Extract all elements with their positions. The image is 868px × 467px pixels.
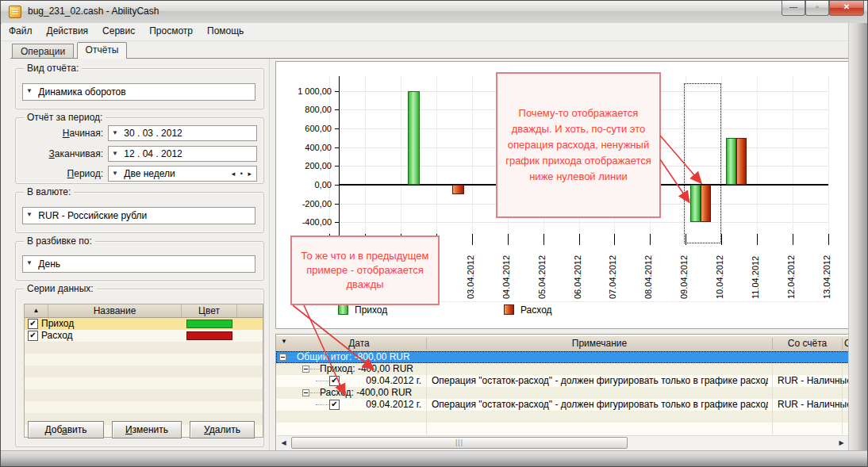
chevron-down-icon[interactable]: ▼ <box>109 167 121 181</box>
chevron-down-icon[interactable]: ▼ <box>109 147 121 161</box>
tab-reports[interactable]: Отчёты <box>77 42 128 59</box>
series-row-приход[interactable]: ✔Приход <box>25 318 263 330</box>
currency-label: В валюте: <box>24 186 74 197</box>
menu-item-5[interactable]: Помощь <box>200 23 251 39</box>
y-tick-mark <box>335 166 339 167</box>
tree-collapse-icon[interactable] <box>302 366 309 373</box>
report-group-row[interactable]: Расход: -400,00 RUR <box>276 387 849 399</box>
x-tick-label: 10.04.2012 <box>715 248 724 299</box>
group-label: Расход: -400,00 RUR <box>320 387 412 399</box>
edit-button[interactable]: Изменить <box>112 421 182 438</box>
period-step-field[interactable]: ▼ Две недели ◂ • ▸ <box>108 166 257 182</box>
column-divider <box>842 399 843 411</box>
series-rows: ✔Приход✔Расход <box>25 318 263 437</box>
delete-button[interactable]: Удалить <box>190 421 255 438</box>
horizontal-scrollbar[interactable]: ◀ ||| ▶ <box>277 435 848 451</box>
bar-приход-10.04.2012[interactable] <box>726 138 736 185</box>
sort-asc-icon[interactable]: ▲ <box>25 304 48 317</box>
menu-item-3[interactable]: Сервис <box>95 23 142 39</box>
series-column-color[interactable]: Цвет <box>182 304 237 317</box>
currency-combobox[interactable]: ▼ RUR - Российские рубли <box>22 207 255 224</box>
report-group-row[interactable]: Приход: -400,00 RUR <box>276 363 849 375</box>
series-table-header[interactable]: ▲ Название Цвет <box>25 304 263 318</box>
scrollbar-thumb[interactable]: ||| <box>291 437 628 449</box>
leaf-date: 09.04.2012 г. <box>348 375 421 387</box>
tab-operations[interactable]: Операции <box>12 44 74 59</box>
scroll-left-icon[interactable]: ◀ <box>278 438 290 449</box>
chevron-down-icon[interactable]: ▼ <box>23 208 36 222</box>
chevron-down-icon[interactable]: ▼ <box>23 84 36 98</box>
bar-расход-02.04.2012[interactable] <box>452 185 464 194</box>
menu-item-4[interactable]: Просмотр <box>142 23 200 39</box>
series-checkbox[interactable]: ✔ <box>28 319 38 329</box>
report-leaf-row[interactable]: ✔09.04.2012 г.Операция "остаток-расход" … <box>276 375 849 387</box>
scroll-right-icon[interactable]: ▶ <box>835 438 847 449</box>
report-group-row[interactable]: Общий итог: -800,00 RUR <box>276 351 849 363</box>
minimize-button[interactable]: — <box>782 1 805 16</box>
series-name-cell: ✔Расход <box>25 330 182 342</box>
report-type-label: Вид отчёта: <box>24 63 82 74</box>
report-leaf-row[interactable]: ✔09.04.2012 г.Операция "остаток-расход" … <box>276 399 849 411</box>
leaf-account: RUR - Наличные <box>778 399 852 411</box>
legend-income-swatch <box>338 304 348 315</box>
column-divider <box>426 399 427 411</box>
series-color-swatch[interactable] <box>186 331 232 340</box>
column-note[interactable]: Примечание <box>427 338 772 349</box>
end-date-field[interactable]: ▼ 12 . 04 . 2012 <box>108 146 257 162</box>
x-tick-label: 12.04.2012 <box>786 248 796 299</box>
bar-приход-09.04.2012[interactable] <box>690 185 701 222</box>
y-tick-label: 200,00 <box>278 161 332 170</box>
series-row-расход[interactable]: ✔Расход <box>25 330 263 342</box>
chevron-down-icon[interactable]: ▼ <box>23 256 36 270</box>
leaf-date: 09.04.2012 г. <box>348 399 421 411</box>
tree-line <box>310 392 320 394</box>
leaf-account: RUR - Наличные <box>778 375 852 387</box>
x-tick-label: 13.04.2012 <box>822 248 832 299</box>
bar-приход-01.04.2012[interactable] <box>408 91 420 186</box>
annotation-box-bottom: То же что и в предыдущем примере - отобр… <box>290 235 440 305</box>
column-account[interactable]: Со счёта <box>773 338 842 349</box>
x-tick-mark <box>614 234 615 245</box>
report-type-value: Динамика оборотов <box>38 86 125 98</box>
series-color-swatch[interactable] <box>186 320 232 328</box>
row-checkbox[interactable]: ✔ <box>329 400 340 410</box>
close-icon: ✕ <box>843 0 850 13</box>
y-tick-mark <box>335 128 339 129</box>
y-tick-label: 1 000,00 <box>278 86 332 96</box>
breakdown-combobox[interactable]: ▼ День <box>22 255 255 273</box>
series-checkbox[interactable]: ✔ <box>28 331 38 341</box>
series-row-empty <box>25 354 263 366</box>
column-divider <box>772 399 773 411</box>
row-checkbox[interactable]: ✔ <box>329 376 340 386</box>
menu-item-2[interactable]: Действия <box>40 23 96 39</box>
menu-item-1[interactable]: Файл <box>2 23 40 39</box>
currency-group: В валюте: ▼ RUR - Российские рубли <box>15 192 264 233</box>
maximize-button[interactable]: ▫ <box>805 1 829 16</box>
report-table-header[interactable]: ▼ Дата Примечание Со счёта С <box>276 336 849 352</box>
period-nav-buttons[interactable]: ◂ • ▸ <box>232 167 253 181</box>
y-tick-label: 400,00 <box>278 143 332 152</box>
y-tick-mark <box>335 109 339 110</box>
x-tick-label: 04.04.2012 <box>501 248 511 299</box>
tree-collapse-icon[interactable] <box>302 389 309 396</box>
series-column-name[interactable]: Название <box>48 304 182 317</box>
y-tick-label: 800,00 <box>278 105 332 114</box>
gridline-v <box>436 76 437 239</box>
group-label: Общий итог: -800,00 RUR <box>297 351 410 363</box>
breakdown-group: В разбивке по: ▼ День <box>15 241 264 281</box>
breakdown-label: В разбивке по: <box>24 235 95 247</box>
report-type-combobox[interactable]: ▼ Динамика оборотов <box>22 83 255 101</box>
column-divider <box>426 387 427 399</box>
sort-desc-icon[interactable]: ▼ <box>279 338 289 345</box>
chevron-down-icon[interactable]: ▼ <box>109 126 121 140</box>
bar-расход-10.04.2012[interactable] <box>736 138 747 185</box>
bar-расход-09.04.2012[interactable] <box>701 185 711 222</box>
tree-collapse-icon[interactable] <box>279 354 286 361</box>
close-button[interactable]: ✕ <box>829 1 864 16</box>
add-button[interactable]: Добавить <box>28 421 104 438</box>
column-date[interactable]: Дата <box>292 338 426 349</box>
period-group: Отчёт за период: Начиная: ▼ 30 . 03 . 20… <box>15 117 264 184</box>
gridline-v <box>472 76 473 239</box>
start-date-field[interactable]: ▼ 30 . 03 . 2012 <box>108 125 257 141</box>
menu-bar: ФайлДействияСервисПросмотрПомощь <box>2 23 868 41</box>
